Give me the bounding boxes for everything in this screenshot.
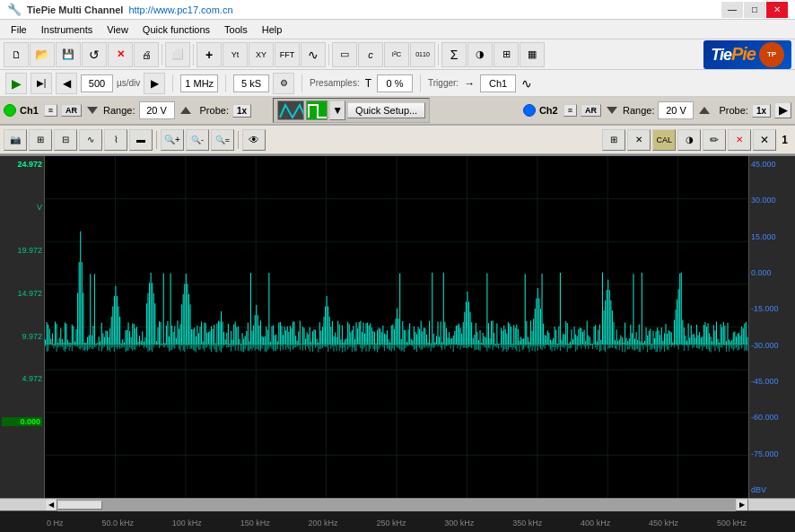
toolbar2-sep1 xyxy=(172,74,173,92)
scroll-left-btn[interactable]: ◀ xyxy=(45,499,57,511)
ch1-probe-val-btn[interactable]: 1x xyxy=(232,104,251,118)
c-btn[interactable]: c xyxy=(358,42,383,67)
scope-tool-2[interactable]: ⊞ xyxy=(29,129,52,151)
menu-quickfunctions[interactable]: Quick functions xyxy=(135,22,217,37)
play-btn[interactable]: ▶ xyxy=(5,73,27,94)
trigger-val: Ch1 xyxy=(480,74,516,92)
channelbar: Ch1 ≡ AR Range: 20 V Probe: 1x ▼ Quick S… xyxy=(0,97,795,126)
scope-tool-5[interactable]: ⌇ xyxy=(104,129,127,151)
x-label-7: 350 kHz xyxy=(512,519,542,528)
stop-btn[interactable]: ✕ xyxy=(108,42,133,67)
menu-help[interactable]: Help xyxy=(255,22,290,37)
scope-tools-wrapper: 📷 ⊞ ⊟ ∿ ⌇ ▬ 🔍+ 🔍- 🔍= 👁 ⊞ ✕ CAL ◑ ✏ ✕ ✕ 1 xyxy=(0,126,795,156)
ch1-ar-btn[interactable]: AR xyxy=(61,104,82,117)
y-left-0: 24.972 xyxy=(2,160,42,169)
eye-btn[interactable]: 👁 xyxy=(242,129,266,151)
menubar: File Instruments View Quick functions To… xyxy=(0,20,795,39)
scope-tool-1[interactable]: 📷 xyxy=(4,129,27,151)
back-btn[interactable]: ◀ xyxy=(56,73,77,94)
serial-btn[interactable]: 0110 xyxy=(410,42,435,67)
stb-r4[interactable]: ◑ xyxy=(677,129,701,151)
toolbar2-sep3 xyxy=(301,74,302,92)
app-title: 🔧 TiePie Multi Channel http://www.pc17.c… xyxy=(7,3,233,16)
stb-r3[interactable]: CAL xyxy=(652,129,676,151)
x-label-5: 250 kHz xyxy=(376,519,406,528)
toolbar-sep1 xyxy=(162,44,162,65)
samples-val: 5 kS xyxy=(233,74,269,92)
yt-btn[interactable]: Yt xyxy=(223,42,248,67)
stb-r7[interactable]: ✕ xyxy=(753,129,776,151)
toolbar2-sep4 xyxy=(420,74,421,92)
new-btn[interactable]: 🗋 xyxy=(4,42,29,67)
scope-view-btn[interactable]: ⬜ xyxy=(165,42,190,67)
time-val: 500 xyxy=(81,74,113,92)
label-btn[interactable]: ▦ xyxy=(520,42,545,67)
scope-tool-6[interactable]: ▬ xyxy=(129,129,153,151)
menu-tools[interactable]: Tools xyxy=(217,22,255,37)
zoom-fit-btn[interactable]: 🔍= xyxy=(211,129,234,151)
scroll-right-btn[interactable]: ▶ xyxy=(736,499,748,511)
stb-r6[interactable]: ✕ xyxy=(728,129,751,151)
menu-file[interactable]: File xyxy=(4,22,34,37)
y-right-1: 30.000 xyxy=(751,196,793,205)
menu-view[interactable]: View xyxy=(100,22,135,37)
scope-graph[interactable] xyxy=(45,156,748,498)
scope-tool-4[interactable]: ∿ xyxy=(79,129,102,151)
scroll-track[interactable] xyxy=(57,499,736,511)
x-label-6: 300 kHz xyxy=(444,519,474,528)
maximize-btn[interactable]: □ xyxy=(744,2,765,18)
meter-btn[interactable]: ▭ xyxy=(332,42,357,67)
titlebar: 🔧 TiePie Multi Channel http://www.pc17.c… xyxy=(0,0,795,20)
i2c-btn[interactable]: I²C xyxy=(384,42,409,67)
hscrollbar[interactable]: ◀ ▶ xyxy=(0,498,795,510)
menu-instruments[interactable]: Instruments xyxy=(34,22,100,37)
wave-btn[interactable]: ∿ xyxy=(301,42,326,67)
step-btn[interactable]: ▶| xyxy=(31,73,52,94)
toolbar2: ▶ ▶| ◀ 500 µs/div ▶ 1 MHz 5 kS ⚙ Presamp… xyxy=(0,70,795,97)
logo-text: TiePie xyxy=(711,44,756,65)
next-btn[interactable]: ▶ xyxy=(144,73,165,94)
ch2-expand-btn[interactable]: ▶ xyxy=(774,102,791,118)
ch1-probe-label: Probe: xyxy=(200,105,229,116)
stb-r5[interactable]: ✏ xyxy=(703,129,726,151)
scope-tool-3[interactable]: ⊟ xyxy=(54,129,77,151)
freq-val: 1 MHz xyxy=(180,74,218,92)
y-axis-right: 45.000 30.000 15.000 0.000 -15.000 -30.0… xyxy=(748,156,795,498)
ch2-range-up[interactable] xyxy=(699,107,710,114)
close-btn[interactable]: ✕ xyxy=(766,2,788,18)
stb-r1[interactable]: ⊞ xyxy=(602,129,625,151)
print-btn[interactable]: 🖨 xyxy=(134,42,159,67)
xy-btn[interactable]: XY xyxy=(249,42,274,67)
y-left-3: 9.972 xyxy=(2,332,42,341)
minimize-btn[interactable]: — xyxy=(721,2,743,18)
ch1-settings-btn[interactable]: ≡ xyxy=(44,104,57,117)
sigma-btn[interactable]: Σ xyxy=(441,42,467,67)
ch1-range-up[interactable] xyxy=(180,107,191,114)
x-label-4: 200 kHz xyxy=(309,519,338,528)
quick-setup-btn[interactable]: Quick Setup... xyxy=(347,102,425,118)
color-btn[interactable]: ◑ xyxy=(467,42,493,67)
waveform-icon-1 xyxy=(277,100,304,120)
x-labels: 0 Hz 50.0 kHz 100 kHz 150 kHz 200 kHz 25… xyxy=(45,519,748,528)
fft-btn[interactable]: FFT xyxy=(275,42,300,67)
ch2-probe-val-btn[interactable]: 1x xyxy=(752,104,771,118)
zoom-in-btn[interactable]: 🔍+ xyxy=(161,129,184,151)
waveform-icon-2 xyxy=(306,100,328,120)
ch2-settings-btn[interactable]: ≡ xyxy=(563,104,577,117)
samples-settings-btn[interactable]: ⚙ xyxy=(273,73,294,94)
ch2-ar-btn[interactable]: AR xyxy=(581,104,601,117)
scroll-thumb[interactable] xyxy=(57,501,102,510)
ch1-range-down[interactable] xyxy=(87,107,98,114)
save-btn[interactable]: 💾 xyxy=(56,42,81,67)
tiepie-logo: TiePie TP xyxy=(703,40,791,69)
add-channel-btn[interactable]: + xyxy=(197,42,222,67)
zoom-out-btn[interactable]: 🔍- xyxy=(186,129,209,151)
grid-btn[interactable]: ⊞ xyxy=(494,42,519,67)
refresh-btn[interactable]: ↺ xyxy=(82,42,107,67)
x-label-9: 450 kHz xyxy=(649,519,678,528)
stb-sep1 xyxy=(156,131,157,149)
stb-r2[interactable]: ✕ xyxy=(627,129,651,151)
ch2-range-down[interactable] xyxy=(607,107,617,114)
quick-setup-down-btn[interactable]: ▼ xyxy=(329,100,345,120)
open-btn[interactable]: 📂 xyxy=(30,42,55,67)
